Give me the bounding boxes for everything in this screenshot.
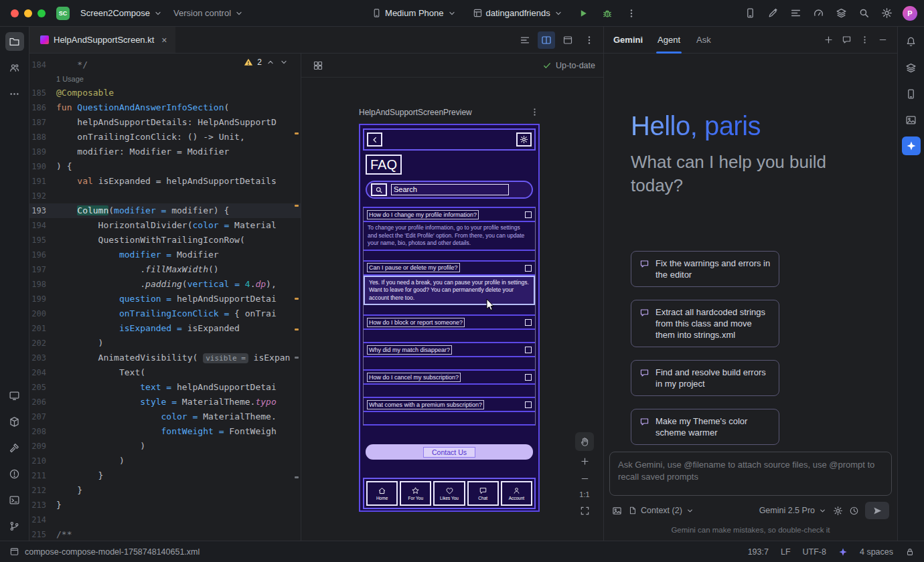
suggestion-card[interactable]: Find and resolve build errors in my proj…: [631, 360, 779, 396]
caret-position-widget[interactable]: 193:7: [748, 547, 769, 557]
structure-button[interactable]: [786, 4, 805, 23]
line-number[interactable]: 212: [29, 483, 56, 498]
code-line[interactable]: 190) {: [29, 159, 301, 174]
encoding-widget[interactable]: UTF-8: [803, 547, 826, 557]
zoom-to-fit-button[interactable]: [576, 503, 593, 518]
code-line[interactable]: 211 }: [29, 468, 301, 483]
line-number[interactable]: 191: [29, 174, 56, 189]
gemini-tab-agent[interactable]: Agent: [656, 27, 682, 54]
logcat-toolwindow-button[interactable]: [5, 386, 24, 405]
problems-toolwindow-button[interactable]: [5, 464, 24, 483]
lock-icon[interactable]: [905, 547, 915, 557]
preview-gallery-button[interactable]: [309, 57, 327, 74]
warning-stripe-mark[interactable]: [295, 298, 299, 300]
faq-question-row[interactable]: How do I block or report someone?: [364, 316, 535, 330]
attach-image-icon[interactable]: [612, 506, 622, 516]
faq-question-row[interactable]: Can I pause or delete my profile?: [364, 262, 535, 276]
gemini-toolwindow-button[interactable]: [902, 136, 921, 155]
code-line[interactable]: 192: [29, 189, 301, 203]
indent-widget[interactable]: 4 spaces: [860, 547, 893, 557]
code-line[interactable]: 187 helpAndSupportDetails: HelpAndSuppor…: [29, 115, 301, 130]
preview-phone-frame[interactable]: FAQ Search How do I change my profile in…: [359, 124, 540, 512]
search-everywhere-button[interactable]: [854, 4, 873, 23]
notifications-button[interactable]: [902, 32, 921, 51]
close-window-button[interactable]: [11, 9, 19, 17]
line-number[interactable]: 215: [29, 527, 56, 541]
nav-item-chat[interactable]: Chat: [467, 481, 499, 506]
line-number[interactable]: 208: [29, 424, 56, 439]
search-input[interactable]: Search: [391, 184, 509, 195]
code-line[interactable]: 212 }: [29, 483, 301, 498]
code-line[interactable]: 198 .padding(vertical = 4.dp),: [29, 277, 301, 292]
faq-expand-icon[interactable]: [525, 401, 532, 408]
hide-panel-icon[interactable]: [878, 35, 888, 45]
nav-item-likes-you[interactable]: Likes You: [433, 481, 465, 506]
running-devices-toolwindow-button[interactable]: [902, 84, 921, 103]
settings-button[interactable]: [877, 4, 896, 23]
line-number[interactable]: 188: [29, 130, 56, 145]
ai-actions-button[interactable]: [763, 4, 782, 23]
preview-options-icon[interactable]: [530, 107, 540, 117]
code-line[interactable]: 201 isExpanded = isExpanded: [29, 321, 301, 336]
profiler-button[interactable]: [809, 4, 828, 23]
warning-stripe-mark[interactable]: [295, 205, 299, 207]
statusbar-file-name[interactable]: compose-compose-model-1758748140651.xml: [25, 547, 200, 557]
code-line[interactable]: 203 AnimatedVisibility( visible = isExpa…: [29, 351, 301, 365]
faq-question-row[interactable]: What comes with a premium subscription?: [364, 398, 535, 412]
next-warning-icon[interactable]: [279, 58, 289, 67]
code-vision-hint[interactable]: 1 Usage: [29, 72, 301, 86]
gemini-input-box[interactable]: [609, 452, 892, 496]
code-line[interactable]: 204 Text(: [29, 365, 301, 380]
code-line[interactable]: 195 QuestionWithTrailingIconRow(: [29, 233, 301, 248]
code-line[interactable]: 206 style = MaterialTheme.typo: [29, 395, 301, 409]
gemini-input[interactable]: [617, 458, 884, 490]
terminal-toolwindow-button[interactable]: [5, 490, 24, 509]
code-line[interactable]: 185@Composable: [29, 86, 301, 100]
fullscreen-window-button[interactable]: [37, 9, 46, 17]
view-mode-code-button[interactable]: [516, 31, 534, 49]
code-line[interactable]: 189 modifier: Modifier = Modifier: [29, 145, 301, 159]
back-button[interactable]: [367, 132, 382, 147]
code-line[interactable]: 194 HorizontalDivider(color = Material: [29, 218, 301, 233]
suggestion-card[interactable]: Extract all hardcoded strings from this …: [631, 300, 779, 347]
line-number[interactable]: 184: [29, 58, 56, 72]
kebab-menu-icon[interactable]: [860, 35, 870, 45]
line-number[interactable]: 198: [29, 277, 56, 292]
line-number[interactable]: 206: [29, 395, 56, 409]
line-number[interactable]: 197: [29, 262, 56, 277]
line-number[interactable]: 192: [29, 189, 56, 203]
code-line[interactable]: 214: [29, 512, 301, 527]
warning-stripe-mark[interactable]: [295, 329, 299, 331]
code-line[interactable]: 209 ): [29, 439, 301, 454]
code-line[interactable]: 191 val isExpanded = helpAndSupportDetai…: [29, 174, 301, 189]
line-number[interactable]: 194: [29, 218, 56, 233]
model-selector[interactable]: Gemini 2.5 Pro: [759, 506, 827, 515]
code-line[interactable]: 215/**: [29, 527, 301, 541]
line-number[interactable]: [29, 72, 56, 86]
build-toolwindow-button[interactable]: [5, 438, 24, 457]
line-number[interactable]: 201: [29, 321, 56, 336]
line-number[interactable]: 205: [29, 380, 56, 395]
more-run-actions-button[interactable]: [622, 4, 641, 23]
device-selector[interactable]: Medium Phone: [366, 5, 461, 21]
version-control-toolwindow-button[interactable]: [5, 517, 24, 535]
user-avatar[interactable]: P: [903, 6, 917, 21]
nav-item-for-you[interactable]: For You: [400, 481, 431, 506]
line-number[interactable]: 209: [29, 439, 56, 454]
zoom-in-button[interactable]: [576, 454, 593, 468]
view-mode-split-button[interactable]: [538, 31, 555, 49]
code-line[interactable]: 188 onTrailingIconClick: () -> Unit,: [29, 130, 301, 145]
faq-expand-icon[interactable]: [525, 265, 532, 272]
contact-us-button[interactable]: Contact Us: [366, 444, 533, 460]
line-number[interactable]: 202: [29, 336, 56, 351]
view-mode-design-button[interactable]: [559, 31, 576, 49]
line-number[interactable]: 193: [29, 203, 56, 218]
code-line[interactable]: 186fun QuestionAndAnswerInfoSection(: [29, 100, 301, 115]
commit-toolwindow-button[interactable]: [5, 58, 24, 77]
faq-expand-icon[interactable]: [525, 374, 532, 381]
code-line[interactable]: 199 question = helpAndSupportDetai: [29, 292, 301, 306]
previous-warning-icon[interactable]: [266, 58, 275, 67]
code-line[interactable]: 205 text = helpAndSupportDetai: [29, 380, 301, 395]
info-stripe-mark[interactable]: [295, 357, 299, 359]
line-number[interactable]: 211: [29, 468, 56, 483]
